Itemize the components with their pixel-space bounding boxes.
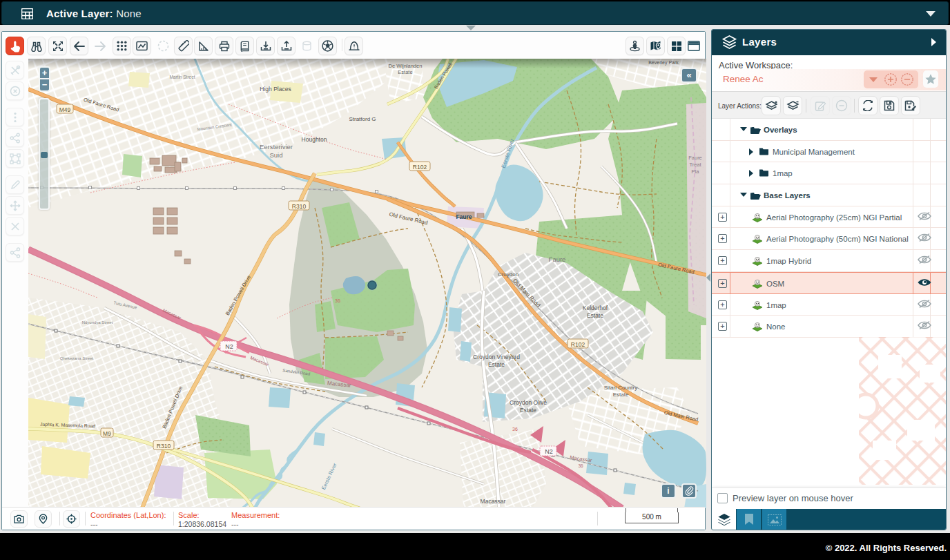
svg-text:Martin Street: Martin Street: [169, 75, 195, 79]
svg-text:R310: R310: [292, 203, 307, 210]
svg-text:N2: N2: [225, 343, 233, 350]
svg-text:36: 36: [335, 298, 340, 303]
svg-text:Estate: Estate: [613, 392, 629, 398]
svg-text:Croydon: Croydon: [498, 271, 518, 278]
svg-text:Croydon Olive: Croydon Olive: [510, 399, 547, 406]
svg-text:Sitari Country: Sitari Country: [604, 385, 637, 391]
svg-text:Macassar: Macassar: [481, 498, 506, 505]
svg-text:M49: M49: [59, 106, 71, 113]
svg-text:Stratford G: Stratford G: [349, 116, 376, 122]
svg-text:Houghton: Houghton: [302, 136, 327, 143]
svg-text:Suid: Suid: [269, 151, 282, 159]
svg-text:Beverley Park: Beverley Park: [648, 60, 679, 66]
svg-text:Ndyondya Street: Ndyondya Street: [82, 320, 113, 325]
svg-text:Croydon Vineyard: Croydon Vineyard: [473, 354, 520, 360]
svg-text:Pla: Pla: [692, 168, 700, 175]
svg-text:Faure: Faure: [688, 155, 702, 161]
svg-text:M9: M9: [103, 430, 111, 437]
svg-text:36: 36: [578, 463, 583, 468]
svg-text:Estate: Estate: [520, 407, 536, 414]
svg-text:R310: R310: [157, 443, 171, 450]
svg-text:Estate: Estate: [398, 69, 412, 75]
svg-text:Faure: Faure: [549, 255, 566, 263]
svg-text:Kelderhof: Kelderhof: [583, 305, 608, 311]
svg-text:Faure: Faure: [456, 213, 472, 220]
svg-text:Estate: Estate: [488, 361, 505, 368]
svg-text:High Places: High Places: [260, 86, 291, 93]
svg-text:Estate: Estate: [587, 312, 603, 319]
svg-text:N2: N2: [545, 448, 553, 455]
svg-text:Qhekezana Street: Qhekezana Street: [60, 356, 94, 360]
svg-text:R102: R102: [571, 341, 585, 348]
svg-text:36: 36: [512, 427, 518, 432]
svg-text:R102: R102: [413, 164, 427, 171]
svg-text:De Wijnlanden: De Wijnlanden: [389, 63, 423, 69]
svg-text:Eersterivier: Eersterivier: [260, 143, 293, 151]
svg-text:Treat: Treat: [689, 162, 701, 168]
